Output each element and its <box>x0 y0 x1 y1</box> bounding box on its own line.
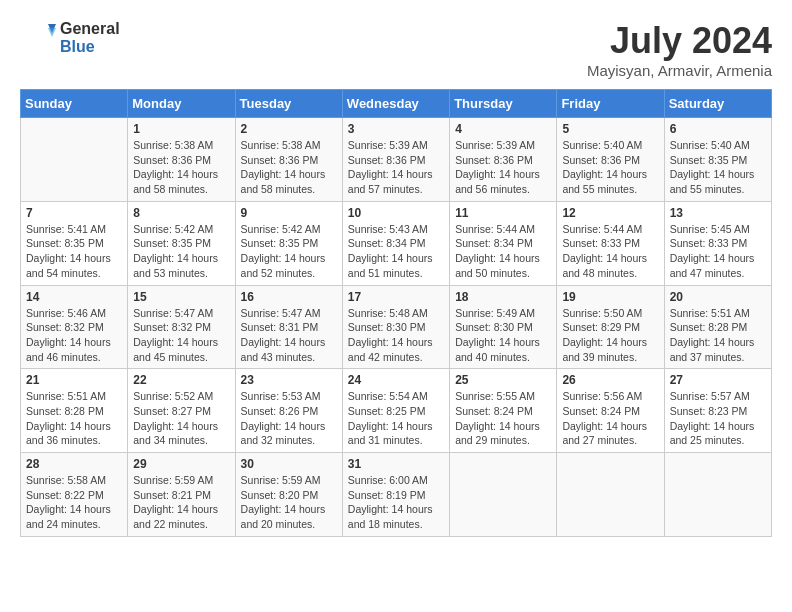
day-info: Sunrise: 5:39 AM Sunset: 8:36 PM Dayligh… <box>455 138 551 197</box>
day-info: Sunrise: 6:00 AM Sunset: 8:19 PM Dayligh… <box>348 473 444 532</box>
day-info: Sunrise: 5:44 AM Sunset: 8:33 PM Dayligh… <box>562 222 658 281</box>
day-number: 25 <box>455 373 551 387</box>
day-info: Sunrise: 5:45 AM Sunset: 8:33 PM Dayligh… <box>670 222 766 281</box>
calendar-cell: 27Sunrise: 5:57 AM Sunset: 8:23 PM Dayli… <box>664 369 771 453</box>
calendar-cell: 19Sunrise: 5:50 AM Sunset: 8:29 PM Dayli… <box>557 285 664 369</box>
day-info: Sunrise: 5:47 AM Sunset: 8:31 PM Dayligh… <box>241 306 337 365</box>
day-info: Sunrise: 5:56 AM Sunset: 8:24 PM Dayligh… <box>562 389 658 448</box>
calendar-cell: 29Sunrise: 5:59 AM Sunset: 8:21 PM Dayli… <box>128 453 235 537</box>
day-info: Sunrise: 5:38 AM Sunset: 8:36 PM Dayligh… <box>241 138 337 197</box>
col-header-thursday: Thursday <box>450 90 557 118</box>
calendar-cell: 6Sunrise: 5:40 AM Sunset: 8:35 PM Daylig… <box>664 118 771 202</box>
main-title: July 2024 <box>587 20 772 62</box>
page-header: General Blue July 2024 Mayisyan, Armavir… <box>20 20 772 79</box>
col-header-friday: Friday <box>557 90 664 118</box>
calendar-cell: 13Sunrise: 5:45 AM Sunset: 8:33 PM Dayli… <box>664 201 771 285</box>
day-number: 1 <box>133 122 229 136</box>
day-number: 13 <box>670 206 766 220</box>
calendar-cell: 12Sunrise: 5:44 AM Sunset: 8:33 PM Dayli… <box>557 201 664 285</box>
day-number: 5 <box>562 122 658 136</box>
calendar-cell: 31Sunrise: 6:00 AM Sunset: 8:19 PM Dayli… <box>342 453 449 537</box>
calendar-cell: 21Sunrise: 5:51 AM Sunset: 8:28 PM Dayli… <box>21 369 128 453</box>
day-info: Sunrise: 5:41 AM Sunset: 8:35 PM Dayligh… <box>26 222 122 281</box>
day-info: Sunrise: 5:55 AM Sunset: 8:24 PM Dayligh… <box>455 389 551 448</box>
calendar-cell: 30Sunrise: 5:59 AM Sunset: 8:20 PM Dayli… <box>235 453 342 537</box>
logo-graphic <box>20 20 56 56</box>
day-info: Sunrise: 5:46 AM Sunset: 8:32 PM Dayligh… <box>26 306 122 365</box>
calendar-cell: 17Sunrise: 5:48 AM Sunset: 8:30 PM Dayli… <box>342 285 449 369</box>
day-number: 2 <box>241 122 337 136</box>
day-info: Sunrise: 5:58 AM Sunset: 8:22 PM Dayligh… <box>26 473 122 532</box>
day-info: Sunrise: 5:53 AM Sunset: 8:26 PM Dayligh… <box>241 389 337 448</box>
day-info: Sunrise: 5:59 AM Sunset: 8:21 PM Dayligh… <box>133 473 229 532</box>
day-number: 22 <box>133 373 229 387</box>
day-number: 11 <box>455 206 551 220</box>
day-info: Sunrise: 5:40 AM Sunset: 8:35 PM Dayligh… <box>670 138 766 197</box>
calendar-cell: 5Sunrise: 5:40 AM Sunset: 8:36 PM Daylig… <box>557 118 664 202</box>
calendar-cell: 8Sunrise: 5:42 AM Sunset: 8:35 PM Daylig… <box>128 201 235 285</box>
day-number: 26 <box>562 373 658 387</box>
calendar-cell: 15Sunrise: 5:47 AM Sunset: 8:32 PM Dayli… <box>128 285 235 369</box>
calendar-cell: 20Sunrise: 5:51 AM Sunset: 8:28 PM Dayli… <box>664 285 771 369</box>
calendar-cell: 22Sunrise: 5:52 AM Sunset: 8:27 PM Dayli… <box>128 369 235 453</box>
day-number: 24 <box>348 373 444 387</box>
day-info: Sunrise: 5:51 AM Sunset: 8:28 PM Dayligh… <box>26 389 122 448</box>
day-info: Sunrise: 5:38 AM Sunset: 8:36 PM Dayligh… <box>133 138 229 197</box>
day-info: Sunrise: 5:40 AM Sunset: 8:36 PM Dayligh… <box>562 138 658 197</box>
week-row-5: 28Sunrise: 5:58 AM Sunset: 8:22 PM Dayli… <box>21 453 772 537</box>
day-number: 15 <box>133 290 229 304</box>
calendar-table: SundayMondayTuesdayWednesdayThursdayFrid… <box>20 89 772 537</box>
calendar-cell: 9Sunrise: 5:42 AM Sunset: 8:35 PM Daylig… <box>235 201 342 285</box>
day-info: Sunrise: 5:42 AM Sunset: 8:35 PM Dayligh… <box>241 222 337 281</box>
day-info: Sunrise: 5:39 AM Sunset: 8:36 PM Dayligh… <box>348 138 444 197</box>
day-info: Sunrise: 5:43 AM Sunset: 8:34 PM Dayligh… <box>348 222 444 281</box>
day-info: Sunrise: 5:57 AM Sunset: 8:23 PM Dayligh… <box>670 389 766 448</box>
day-number: 23 <box>241 373 337 387</box>
svg-marker-1 <box>48 28 56 37</box>
calendar-cell <box>21 118 128 202</box>
calendar-cell: 1Sunrise: 5:38 AM Sunset: 8:36 PM Daylig… <box>128 118 235 202</box>
calendar-cell: 7Sunrise: 5:41 AM Sunset: 8:35 PM Daylig… <box>21 201 128 285</box>
calendar-cell <box>664 453 771 537</box>
day-number: 7 <box>26 206 122 220</box>
day-info: Sunrise: 5:52 AM Sunset: 8:27 PM Dayligh… <box>133 389 229 448</box>
calendar-cell: 26Sunrise: 5:56 AM Sunset: 8:24 PM Dayli… <box>557 369 664 453</box>
calendar-cell: 23Sunrise: 5:53 AM Sunset: 8:26 PM Dayli… <box>235 369 342 453</box>
week-row-1: 1Sunrise: 5:38 AM Sunset: 8:36 PM Daylig… <box>21 118 772 202</box>
day-number: 18 <box>455 290 551 304</box>
calendar-cell: 28Sunrise: 5:58 AM Sunset: 8:22 PM Dayli… <box>21 453 128 537</box>
calendar-cell: 11Sunrise: 5:44 AM Sunset: 8:34 PM Dayli… <box>450 201 557 285</box>
day-info: Sunrise: 5:44 AM Sunset: 8:34 PM Dayligh… <box>455 222 551 281</box>
calendar-cell: 16Sunrise: 5:47 AM Sunset: 8:31 PM Dayli… <box>235 285 342 369</box>
day-number: 29 <box>133 457 229 471</box>
logo-blue: Blue <box>60 38 95 55</box>
day-number: 6 <box>670 122 766 136</box>
calendar-cell: 2Sunrise: 5:38 AM Sunset: 8:36 PM Daylig… <box>235 118 342 202</box>
calendar-cell: 18Sunrise: 5:49 AM Sunset: 8:30 PM Dayli… <box>450 285 557 369</box>
col-header-tuesday: Tuesday <box>235 90 342 118</box>
subtitle: Mayisyan, Armavir, Armenia <box>587 62 772 79</box>
calendar-cell <box>450 453 557 537</box>
day-number: 19 <box>562 290 658 304</box>
day-number: 30 <box>241 457 337 471</box>
day-number: 20 <box>670 290 766 304</box>
day-number: 27 <box>670 373 766 387</box>
col-header-wednesday: Wednesday <box>342 90 449 118</box>
calendar-cell: 24Sunrise: 5:54 AM Sunset: 8:25 PM Dayli… <box>342 369 449 453</box>
logo: General Blue <box>20 20 120 56</box>
col-header-saturday: Saturday <box>664 90 771 118</box>
day-number: 28 <box>26 457 122 471</box>
week-row-4: 21Sunrise: 5:51 AM Sunset: 8:28 PM Dayli… <box>21 369 772 453</box>
day-number: 16 <box>241 290 337 304</box>
col-header-sunday: Sunday <box>21 90 128 118</box>
day-number: 4 <box>455 122 551 136</box>
day-number: 14 <box>26 290 122 304</box>
day-info: Sunrise: 5:47 AM Sunset: 8:32 PM Dayligh… <box>133 306 229 365</box>
week-row-2: 7Sunrise: 5:41 AM Sunset: 8:35 PM Daylig… <box>21 201 772 285</box>
day-number: 10 <box>348 206 444 220</box>
day-info: Sunrise: 5:42 AM Sunset: 8:35 PM Dayligh… <box>133 222 229 281</box>
day-info: Sunrise: 5:49 AM Sunset: 8:30 PM Dayligh… <box>455 306 551 365</box>
calendar-cell <box>557 453 664 537</box>
calendar-cell: 3Sunrise: 5:39 AM Sunset: 8:36 PM Daylig… <box>342 118 449 202</box>
calendar-cell: 10Sunrise: 5:43 AM Sunset: 8:34 PM Dayli… <box>342 201 449 285</box>
